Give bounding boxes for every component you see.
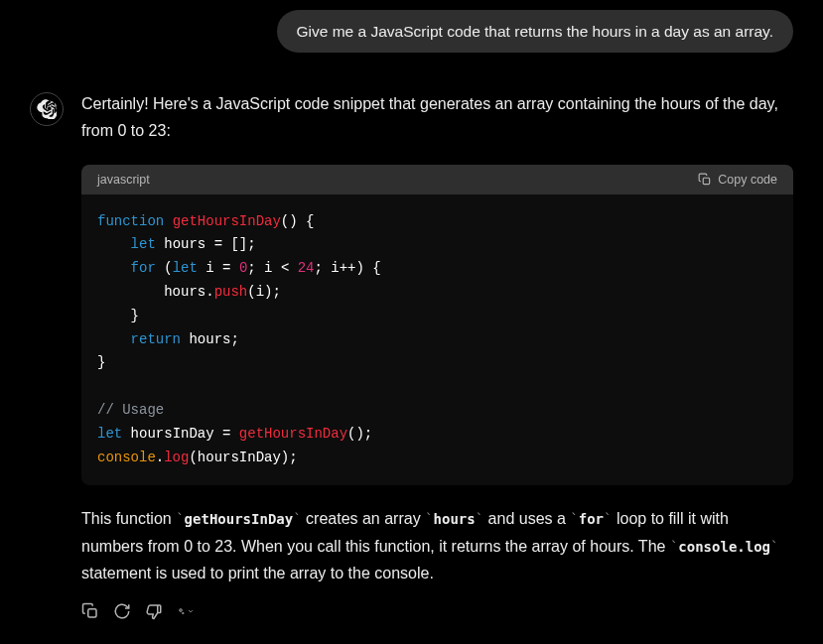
backtick: ` bbox=[770, 539, 778, 555]
code-token: } bbox=[97, 308, 139, 323]
code-token: for bbox=[131, 260, 156, 276]
code-token: // Usage bbox=[97, 402, 164, 418]
copy-code-label: Copy code bbox=[718, 173, 777, 187]
backtick: ` bbox=[293, 511, 301, 527]
chat-container: Give me a JavaScript code that returns t… bbox=[0, 0, 823, 640]
copy-code-button[interactable]: Copy code bbox=[698, 173, 777, 187]
message-action-bar bbox=[81, 602, 793, 620]
code-token: (i); bbox=[247, 284, 281, 300]
code-token: 24 bbox=[298, 260, 315, 276]
assistant-content: Certainly! Here's a JavaScript code snip… bbox=[81, 90, 793, 620]
copy-message-button[interactable] bbox=[81, 602, 99, 620]
assistant-intro-text: Certainly! Here's a JavaScript code snip… bbox=[81, 90, 793, 144]
svg-rect-1 bbox=[88, 609, 96, 617]
openai-logo-icon bbox=[37, 99, 57, 119]
regenerate-icon bbox=[113, 602, 131, 620]
code-token: function bbox=[97, 213, 164, 229]
svg-rect-0 bbox=[703, 178, 709, 184]
copy-icon bbox=[81, 602, 99, 620]
backtick: ` bbox=[476, 511, 483, 527]
code-token: () { bbox=[281, 213, 315, 229]
code-token: (hoursInDay); bbox=[189, 450, 297, 465]
code-token: getHoursInDay bbox=[239, 426, 347, 442]
backtick: ` bbox=[176, 511, 184, 527]
code-token: hours = []; bbox=[156, 236, 256, 252]
code-token: ; i < bbox=[247, 260, 297, 276]
code-token: let bbox=[173, 260, 198, 276]
inline-code: for bbox=[579, 511, 604, 527]
code-token: hours. bbox=[97, 284, 214, 300]
code-language-label: javascript bbox=[97, 173, 150, 187]
code-token: hours; bbox=[181, 331, 239, 347]
code-token: . bbox=[156, 450, 164, 465]
code-body[interactable]: function getHoursInDay() { let hours = [… bbox=[81, 194, 793, 486]
code-token: log bbox=[164, 450, 189, 465]
assistant-explanation: This function `getHoursInDay` creates an… bbox=[81, 505, 793, 586]
code-block: javascript Copy code function getHoursIn… bbox=[81, 165, 793, 486]
user-message-bubble: Give me a JavaScript code that returns t… bbox=[277, 10, 793, 53]
user-message-text: Give me a JavaScript code that returns t… bbox=[297, 23, 773, 40]
code-token: push bbox=[214, 284, 248, 300]
thumbs-down-button[interactable] bbox=[145, 602, 163, 620]
code-token: hoursInDay = bbox=[122, 426, 239, 442]
explanation-text: creates an array bbox=[302, 510, 426, 527]
backtick: ` bbox=[425, 511, 433, 527]
assistant-message-row: Certainly! Here's a JavaScript code snip… bbox=[30, 90, 793, 620]
code-block-header: javascript Copy code bbox=[81, 165, 793, 194]
code-token: getHoursInDay bbox=[173, 213, 281, 229]
explanation-text: and uses a bbox=[483, 510, 570, 527]
code-token: ; i++) { bbox=[315, 260, 381, 276]
code-token: (); bbox=[347, 426, 372, 442]
code-token: let bbox=[131, 236, 156, 252]
user-message-row: Give me a JavaScript code that returns t… bbox=[30, 10, 793, 53]
explanation-text: This function bbox=[81, 510, 176, 527]
inline-code: console.log bbox=[678, 539, 770, 555]
code-token: i = bbox=[198, 260, 239, 276]
code-token: ( bbox=[156, 260, 173, 276]
backtick: ` bbox=[570, 511, 578, 527]
copy-icon bbox=[698, 173, 712, 187]
explanation-text: statement is used to print the array to … bbox=[81, 565, 434, 581]
code-token: let bbox=[97, 426, 122, 442]
chevron-down-icon bbox=[187, 602, 195, 620]
code-token: } bbox=[97, 354, 105, 370]
assistant-avatar bbox=[30, 92, 64, 126]
inline-code: hours bbox=[434, 511, 476, 527]
regenerate-button[interactable] bbox=[113, 602, 131, 620]
code-token: return bbox=[131, 331, 181, 347]
thumbs-down-icon bbox=[145, 602, 163, 620]
sparkle-icon bbox=[177, 602, 185, 620]
inline-code: getHoursInDay bbox=[185, 511, 294, 527]
model-switch-button[interactable] bbox=[177, 602, 195, 620]
code-token: console bbox=[97, 450, 156, 465]
